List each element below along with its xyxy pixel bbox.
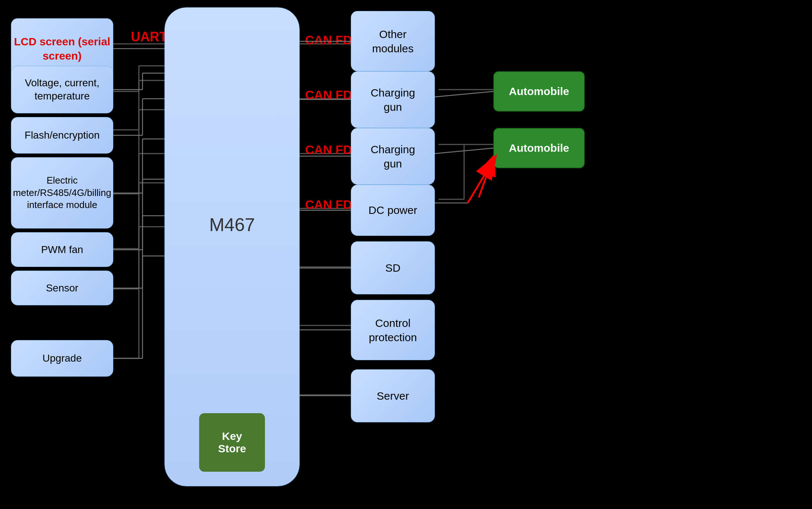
flash-encryption-box: Flash/encryption <box>11 117 113 154</box>
svg-line-30 <box>479 157 493 197</box>
svg-line-58 <box>435 148 493 154</box>
svg-line-60 <box>468 157 495 203</box>
server-label: Server <box>377 390 409 402</box>
can-fd-label-2: CAN FD <box>305 88 352 102</box>
dc-power-label: DC power <box>368 204 417 216</box>
control-protection-box: Controlprotection <box>351 300 435 360</box>
electric-meter-label: Electric meter/RS485/4G/billing interfac… <box>11 174 113 211</box>
charging-gun-2-label: Charginggun <box>371 142 415 171</box>
sensor-box: Sensor <box>11 271 113 305</box>
key-store-box: KeyStore <box>199 413 265 472</box>
automobile-2-label: Automobile <box>509 142 569 154</box>
automobile-1-box: Automobile <box>493 71 585 112</box>
can-fd-label-4: CAN FD <box>305 197 352 212</box>
server-box: Server <box>351 369 435 422</box>
sensor-label: Sensor <box>46 282 79 294</box>
upgrade-box: Upgrade <box>11 340 113 377</box>
sd-box: SD <box>351 241 435 294</box>
key-store-label: KeyStore <box>218 430 246 455</box>
automobile-2-box: Automobile <box>493 128 585 168</box>
upgrade-label: Upgrade <box>42 352 81 364</box>
voltage-current-label: Voltage, current, temperature <box>11 76 113 103</box>
can-fd-label-3: CAN FD <box>305 143 352 157</box>
charging-gun-2-box: Charginggun <box>351 128 435 185</box>
sd-label: SD <box>385 262 401 274</box>
charging-gun-1-label: Charginggun <box>371 86 415 114</box>
other-modules-label: Othermodules <box>372 27 413 56</box>
m467-label: M467 <box>209 214 255 235</box>
control-protection-label: Controlprotection <box>369 316 417 344</box>
other-modules-box: Othermodules <box>351 11 435 71</box>
flash-encryption-label: Flash/encryption <box>24 129 99 141</box>
automobile-1-label: Automobile <box>509 85 569 98</box>
pwm-fan-box: PWM fan <box>11 232 113 267</box>
lcd-screen-label: LCD screen (serial screen) <box>11 34 113 63</box>
voltage-current-box: Voltage, current, temperature <box>11 66 113 113</box>
charging-gun-1-box: Charginggun <box>351 71 435 128</box>
svg-line-57 <box>435 91 493 97</box>
electric-meter-box: Electric meter/RS485/4G/billing interfac… <box>11 157 113 229</box>
uart-label: UART <box>131 29 167 45</box>
can-fd-label-1: CAN FD <box>305 33 352 47</box>
dc-power-box: DC power <box>351 185 435 236</box>
pwm-fan-label: PWM fan <box>41 244 83 256</box>
